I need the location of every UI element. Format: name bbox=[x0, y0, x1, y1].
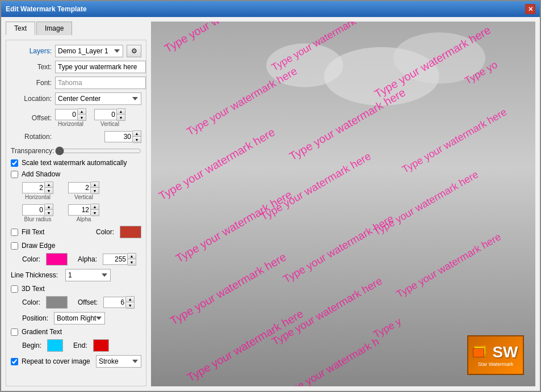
threed-offset-spinners: ▲ ▼ bbox=[126, 296, 135, 309]
tab-image[interactable]: Image bbox=[36, 22, 72, 35]
shadow-v-down[interactable]: ▼ bbox=[91, 188, 99, 193]
rotation-up[interactable]: ▲ bbox=[133, 131, 141, 137]
shadow-h-down[interactable]: ▼ bbox=[45, 188, 53, 193]
shadow-v-input[interactable] bbox=[68, 182, 91, 193]
location-dropdown[interactable]: Center Center bbox=[55, 92, 141, 105]
threed-checkbox[interactable] bbox=[11, 285, 18, 293]
blur-input[interactable] bbox=[22, 204, 45, 216]
shadow-h-input-row: ▲ ▼ bbox=[22, 182, 53, 194]
transparency-slider[interactable] bbox=[55, 146, 141, 155]
fill-text-checkbox[interactable] bbox=[11, 229, 18, 236]
rotation-down[interactable]: ▼ bbox=[133, 137, 141, 142]
offset-label: Offset: bbox=[11, 114, 52, 122]
text-label: Text: bbox=[11, 63, 52, 71]
shadow-v-up[interactable]: ▲ bbox=[91, 182, 99, 188]
alpha-label: Alpha bbox=[77, 216, 91, 222]
gradient-colors-row: Begin: End: bbox=[11, 339, 141, 352]
offset-v-down[interactable]: ▼ bbox=[117, 115, 125, 120]
tab-text[interactable]: Text bbox=[6, 22, 35, 35]
text-input[interactable] bbox=[55, 61, 146, 73]
alpha-up[interactable]: ▲ bbox=[91, 204, 99, 210]
edge-color-swatch[interactable] bbox=[46, 253, 68, 265]
alpha-input[interactable] bbox=[68, 204, 91, 216]
transparency-label: Transparency: bbox=[11, 147, 52, 155]
line-thickness-row: Line Thickness: 123 bbox=[11, 269, 141, 281]
offset-h-up[interactable]: ▲ bbox=[78, 109, 86, 115]
rotation-input[interactable] bbox=[104, 131, 133, 142]
gear-button[interactable]: ⚙ bbox=[127, 45, 141, 57]
repeat-row: Repeat to cover image StrokeFillBoth bbox=[11, 355, 141, 368]
shadow-h-spinners: ▲ ▼ bbox=[45, 182, 53, 194]
shadow-v-input-row: ▲ ▼ bbox=[68, 182, 99, 194]
edge-color-row: Color: Alpha: ▲ ▼ bbox=[11, 253, 141, 265]
scale-checkbox-row: Scale text watermark automatically bbox=[11, 159, 141, 167]
rotation-input-row: ▲ ▼ bbox=[104, 130, 141, 143]
blur-up[interactable]: ▲ bbox=[45, 204, 53, 210]
shadow-checkbox[interactable] bbox=[11, 171, 18, 178]
threed-offset-label: Offset: bbox=[78, 298, 98, 306]
offset-h-input-row: ▲ ▼ bbox=[55, 108, 86, 121]
repeat-checkbox[interactable] bbox=[11, 358, 18, 365]
blur-input-row: ▲ ▼ bbox=[22, 204, 53, 216]
close-button[interactable]: ✕ bbox=[525, 4, 535, 14]
shadow-h-up[interactable]: ▲ bbox=[45, 182, 53, 188]
layers-label: Layers: bbox=[11, 47, 52, 55]
position-dropdown[interactable]: Bottom RightTop LeftTop RightBottom Left bbox=[54, 312, 105, 324]
threed-color-swatch[interactable] bbox=[46, 296, 68, 309]
watermark-12: Type your watermark here bbox=[281, 212, 396, 285]
edge-alpha-input[interactable] bbox=[103, 254, 128, 265]
sw-logo-sub: Star Watermark bbox=[478, 361, 514, 367]
draw-edge-checkbox[interactable] bbox=[11, 242, 18, 250]
watermark-13: Type your watermark here bbox=[395, 231, 504, 301]
edge-alpha-spinners: ▲ ▼ bbox=[128, 253, 136, 265]
location-row: Location: Center Center bbox=[11, 92, 141, 105]
offset-h-wrap: ▲ ▼ Horizontal bbox=[55, 108, 86, 127]
preview-image: Type your watermark here Type your water… bbox=[151, 22, 535, 386]
edge-alpha-down[interactable]: ▼ bbox=[128, 259, 136, 265]
shadow-v-wrap: ▲ ▼ Vertical bbox=[68, 182, 99, 200]
watermark-10: Type your watermark here bbox=[372, 168, 481, 238]
offset-v-up[interactable]: ▲ bbox=[117, 109, 125, 115]
line-thickness-dropdown[interactable]: 123 bbox=[65, 269, 111, 281]
edge-alpha-label: Alpha: bbox=[78, 255, 97, 263]
threed-offset-down[interactable]: ▼ bbox=[126, 302, 134, 308]
offset-row: Offset: ▲ ▼ Horizontal bbox=[11, 108, 141, 127]
shadow-h-input[interactable] bbox=[22, 182, 45, 193]
layers-dropdown[interactable]: Demo 1_Layer 1 bbox=[55, 45, 123, 57]
threed-offset-up[interactable]: ▲ bbox=[126, 297, 134, 302]
draw-edge-row: Draw Edge bbox=[11, 242, 141, 250]
watermark-11: Type your watermark here bbox=[174, 188, 295, 265]
offset-v-input-row: ▲ ▼ bbox=[94, 108, 125, 121]
rotation-label: Rotation: bbox=[11, 133, 52, 141]
blur-alpha-row: ▲ ▼ Blur radius ▲ ▼ bbox=[11, 204, 141, 222]
shadow-label: Add Shadow bbox=[22, 170, 60, 178]
gradient-checkbox[interactable] bbox=[11, 328, 18, 336]
alpha-input-row: ▲ ▼ bbox=[68, 204, 99, 216]
rotation-row: Rotation: ▲ ▼ bbox=[11, 130, 141, 143]
gradient-end-swatch[interactable] bbox=[93, 339, 109, 352]
title-bar: Edit Watermark Template ✕ bbox=[1, 1, 540, 17]
blur-label: Blur radius bbox=[24, 216, 52, 222]
alpha-spinners: ▲ ▼ bbox=[91, 204, 99, 216]
alpha-down[interactable]: ▼ bbox=[91, 210, 99, 216]
blur-spinners: ▲ ▼ bbox=[45, 204, 53, 216]
blur-down[interactable]: ▼ bbox=[45, 210, 53, 216]
gradient-begin-swatch[interactable] bbox=[47, 339, 63, 352]
font-row: Font: Choose bbox=[11, 77, 141, 89]
fill-text-label: Fill Text bbox=[22, 228, 44, 236]
watermark-16: Type y bbox=[371, 315, 403, 341]
repeat-label: Repeat to cover image bbox=[22, 357, 90, 365]
scale-checkbox[interactable] bbox=[11, 159, 18, 167]
threed-offset-input[interactable] bbox=[103, 297, 126, 308]
offset-v-label: Vertical bbox=[100, 121, 119, 127]
offset-h-spinners: ▲ ▼ bbox=[78, 108, 86, 121]
edge-alpha-up[interactable]: ▲ bbox=[128, 254, 136, 259]
offset-v-input[interactable] bbox=[94, 109, 117, 120]
font-input[interactable] bbox=[55, 77, 146, 89]
offset-h-input[interactable] bbox=[55, 109, 78, 120]
stroke-dropdown[interactable]: StrokeFillBoth bbox=[96, 355, 141, 368]
blur-wrap: ▲ ▼ Blur radius bbox=[22, 204, 53, 222]
sw-logo-inner: SW bbox=[473, 343, 518, 361]
offset-h-down[interactable]: ▼ bbox=[78, 115, 86, 120]
fill-color-swatch[interactable] bbox=[120, 226, 141, 238]
